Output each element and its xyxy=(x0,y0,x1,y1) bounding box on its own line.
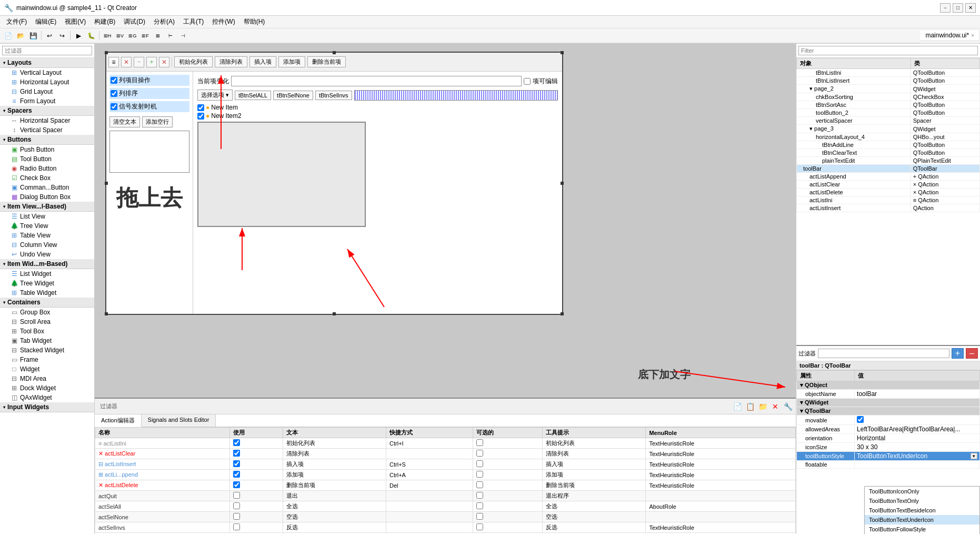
widget-tree-widget[interactable]: 🌲 Tree Widget xyxy=(0,279,94,288)
action-table-row[interactable]: actQuit 退出 退出程序 xyxy=(95,491,796,501)
tab-signals-slots[interactable]: Signals and Slots Editor xyxy=(142,414,216,427)
props-add-btn[interactable]: + xyxy=(952,348,964,359)
prop-category-label[interactable]: ▾ QWidget xyxy=(797,399,980,407)
action-checkable-chk[interactable] xyxy=(476,502,483,509)
right-filter-input[interactable] xyxy=(798,46,978,55)
prop-row[interactable]: toolButtonStyle ToolButtonTextUnderIcon … xyxy=(797,452,980,461)
object-tree-row[interactable]: ▾ page_3 QWidget xyxy=(797,125,980,133)
layout-h-btn[interactable]: ⊞H xyxy=(102,30,113,42)
object-tree-row[interactable]: toolButton_2 QToolButton xyxy=(797,109,980,117)
widget-scroll-area[interactable]: ⊟ Scroll Area xyxy=(0,317,94,327)
object-tree-row[interactable]: tBtnListIni QToolButton xyxy=(797,69,980,77)
widget-table-view[interactable]: ⊞ Table View xyxy=(0,231,94,240)
category-spacers[interactable]: ▾ Spacers xyxy=(0,106,94,116)
redo-btn[interactable]: ↪ xyxy=(56,30,68,42)
layout-f-btn[interactable]: ⊞F xyxy=(139,30,151,42)
widget-radio-button[interactable]: ◉ Radio Button xyxy=(0,164,94,173)
sel-invs-btn[interactable]: tBtnSelInvs xyxy=(315,91,352,100)
menu-file[interactable]: 文件(F) xyxy=(2,16,31,27)
menu-tools[interactable]: 工具(T) xyxy=(179,16,208,27)
action-used-cell[interactable] xyxy=(229,459,283,470)
action-checkable-cell[interactable] xyxy=(473,501,543,512)
widget-push-button[interactable]: ▣ Push Button xyxy=(0,145,94,154)
dropdown-text-under[interactable]: ToolButtonTextUnderIcon xyxy=(865,515,979,525)
checkbox-list-sort[interactable]: 列排序 xyxy=(109,88,189,99)
widget-dialog-button-box[interactable]: ▦ Dialog Button Box xyxy=(0,192,94,202)
action-checkable-chk[interactable] xyxy=(476,460,483,467)
widget-vertical-layout[interactable]: ⊞ Vertical Layout xyxy=(0,68,94,77)
menu-edit[interactable]: 编辑(E) xyxy=(31,16,61,27)
prop-category-row[interactable]: ▾ QToolBar xyxy=(797,407,980,416)
undo-btn[interactable]: ↩ xyxy=(44,30,55,42)
action-table-row[interactable]: ✕ actListClear 清除列表 清除列表 TextHeuristicRo… xyxy=(95,449,796,459)
widget-group-box[interactable]: ▭ Group Box xyxy=(0,308,94,317)
canvas-delete-btn[interactable]: 删除当前项 xyxy=(307,56,346,67)
dropdown-icon-only[interactable]: ToolButtonIconOnly xyxy=(865,487,979,496)
editable-checkbox[interactable] xyxy=(524,78,531,85)
chk-signal[interactable] xyxy=(111,103,117,110)
canvas-add-icon[interactable]: ＋ xyxy=(146,57,157,67)
canvas-clear-btn[interactable]: 清除列表 xyxy=(215,56,247,67)
action-used-chk[interactable] xyxy=(233,439,240,446)
object-tree-row[interactable]: horizontalLayout_4 QHBo...yout xyxy=(797,133,980,141)
action-table-row[interactable]: ⊞ actLi...ppend 添加项 Ctrl+A 添加项 TextHeuri… xyxy=(95,470,796,480)
category-layouts[interactable]: ▾ Layouts xyxy=(0,58,94,68)
menu-analyze[interactable]: 分析(A) xyxy=(149,16,179,27)
canvas-init-btn[interactable]: 初始化列表 xyxy=(174,56,213,67)
prop-row[interactable]: iconSize 30 x 30 xyxy=(797,443,980,452)
prop-row[interactable]: orientation Horizontal xyxy=(797,434,980,443)
prop-category-row[interactable]: ▾ QObject xyxy=(797,381,980,390)
object-tree-row[interactable]: actListClear × QAction xyxy=(797,181,980,189)
item2-check[interactable] xyxy=(197,113,204,120)
action-used-cell[interactable] xyxy=(229,470,283,480)
menu-debug[interactable]: 调试(D) xyxy=(119,16,149,27)
prop-value-cell[interactable]: LeftToolBarArea|RightToolBarArea|... xyxy=(855,425,980,434)
prop-row[interactable]: floatable xyxy=(797,461,980,469)
action-checkable-cell[interactable] xyxy=(473,449,543,459)
action-new-btn[interactable]: 📄 xyxy=(732,401,743,412)
canvas-clear-icon[interactable]: ✕ xyxy=(121,57,132,67)
tab-action-editor[interactable]: Action编辑器 xyxy=(95,414,142,427)
action-used-cell[interactable] xyxy=(229,480,283,491)
maximize-btn[interactable]: □ xyxy=(953,3,963,13)
dropdown-text-beside[interactable]: ToolButtonTextBesideIcon xyxy=(865,506,979,515)
debug-btn[interactable]: 🐛 xyxy=(85,30,97,42)
dropdown-follow-style[interactable]: ToolButtonFollowStyle xyxy=(865,525,979,534)
action-used-chk[interactable] xyxy=(233,502,240,509)
object-tree-row[interactable]: plainTextEdit QPlainTextEdit xyxy=(797,157,980,165)
open-btn[interactable]: 📂 xyxy=(15,30,26,42)
layout-v-btn[interactable]: ⊞V xyxy=(114,30,126,42)
widget-column-view[interactable]: ⊟ Column View xyxy=(0,240,94,250)
object-tree-row[interactable]: toolBar QToolBar xyxy=(797,165,980,173)
action-used-chk[interactable] xyxy=(233,523,240,530)
canvas-delete-icon[interactable]: ✕ xyxy=(159,57,169,67)
category-buttons[interactable]: ▾ Buttons xyxy=(0,135,94,145)
category-containers[interactable]: ▾ Containers xyxy=(0,298,94,308)
widget-vertical-spacer[interactable]: ↕ Vertical Spacer xyxy=(0,125,94,135)
action-checkable-chk[interactable] xyxy=(476,450,483,457)
menu-build[interactable]: 构建(B) xyxy=(90,16,119,27)
action-checkable-chk[interactable] xyxy=(476,481,483,488)
prop-value-cell[interactable] xyxy=(855,461,980,469)
object-tree-row[interactable]: verticalSpacer Spacer xyxy=(797,117,980,125)
action-checkable-chk[interactable] xyxy=(476,471,483,478)
action-used-cell[interactable] xyxy=(229,449,283,459)
prop-checkbox[interactable] xyxy=(857,416,864,423)
widget-form-layout[interactable]: ≡ Form Layout xyxy=(0,96,94,106)
widget-table-widget[interactable]: ⊞ Table Widget xyxy=(0,288,94,298)
action-table-row[interactable]: actSelNone 空选 空选 xyxy=(95,512,796,522)
action-used-chk[interactable] xyxy=(233,492,240,499)
action-checkable-chk[interactable] xyxy=(476,523,483,530)
action-table-row[interactable]: ≡ actListIni 初始化列表 Ctrl+I 初始化列表 TextHeur… xyxy=(95,438,796,449)
category-input-widgets[interactable]: ▾ Input Widgets xyxy=(0,402,94,412)
prop-dropdown-btn[interactable]: ▾ xyxy=(971,453,977,459)
action-table-row[interactable]: ✕ actListDelete 删除当前项 Del 删除当前项 TextHeur… xyxy=(95,480,796,491)
widget-grid-layout[interactable]: ⊟ Grid Layout xyxy=(0,87,94,96)
canvas-insert-btn[interactable]: 插入项 xyxy=(249,56,276,67)
action-config-btn[interactable]: 🔧 xyxy=(782,401,794,412)
props-filter-input[interactable] xyxy=(818,349,949,358)
object-tree-row[interactable]: actListIni ≡ QAction xyxy=(797,196,980,204)
widget-mdi-area[interactable]: ⊟ MDI Area xyxy=(0,374,94,383)
action-used-cell[interactable] xyxy=(229,438,283,449)
item1-check[interactable] xyxy=(197,104,204,111)
